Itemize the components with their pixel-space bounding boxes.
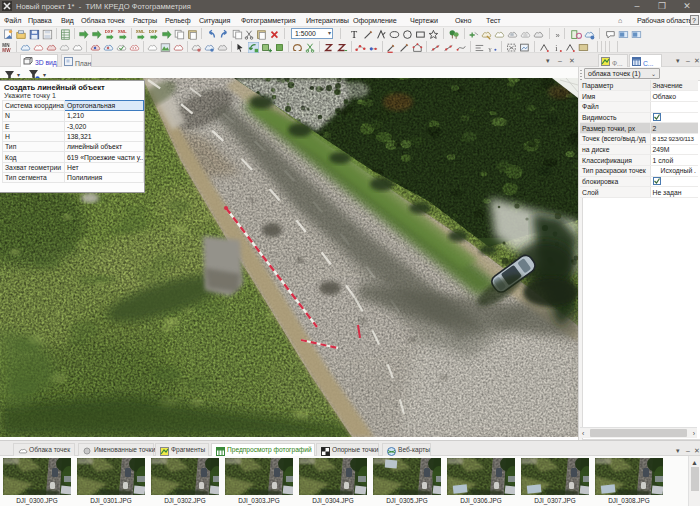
- svg-text:T: T: [351, 29, 358, 40]
- svg-text:DXF: DXF: [105, 29, 114, 34]
- svg-text:XML: XML: [136, 29, 145, 34]
- svg-text:γ: γ: [488, 45, 492, 52]
- svg-text:DXF: DXF: [149, 29, 158, 34]
- svg-text:»: »: [556, 31, 560, 40]
- svg-text:i: i: [555, 44, 557, 53]
- svg-text:?: ?: [692, 17, 696, 24]
- svg-text:XML: XML: [118, 29, 127, 34]
